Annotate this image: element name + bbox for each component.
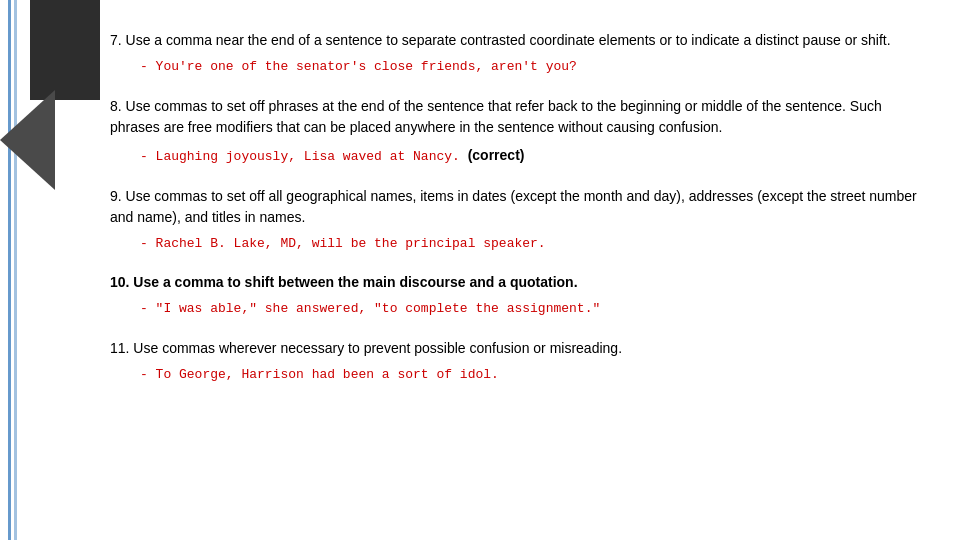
left-sidebar (0, 0, 100, 540)
section-7-heading: 7. Use a comma near the end of a sentenc… (110, 30, 920, 51)
section-7-example: - You're one of the senator's close frie… (140, 57, 920, 78)
section-8-example-text: - Laughing joyously, Lisa waved at Nancy… (140, 149, 460, 164)
sidebar-dark-block (30, 0, 100, 100)
section-10: 10. Use a comma to shift between the mai… (110, 272, 920, 320)
page-container: 7. Use a comma near the end of a sentenc… (0, 0, 960, 540)
section-10-example: - "I was able," she answered, "to comple… (140, 299, 920, 320)
correct-badge: (correct) (468, 147, 525, 163)
section-9-heading: 9. Use commas to set off all geographica… (110, 186, 920, 228)
section-11: 11. Use commas wherever necessary to pre… (110, 338, 920, 386)
section-10-heading: 10. Use a comma to shift between the mai… (110, 272, 920, 293)
section-8: 8. Use commas to set off phrases at the … (110, 96, 920, 168)
section-9-example: - Rachel B. Lake, MD, will be the princi… (140, 234, 920, 255)
section-7: 7. Use a comma near the end of a sentenc… (110, 30, 920, 78)
blue-line-2 (14, 0, 17, 540)
sidebar-arrow (0, 90, 55, 190)
section-11-example: - To George, Harrison had been a sort of… (140, 365, 920, 386)
section-11-heading: 11. Use commas wherever necessary to pre… (110, 338, 920, 359)
section-9: 9. Use commas to set off all geographica… (110, 186, 920, 255)
section-8-example: - Laughing joyously, Lisa waved at Nancy… (140, 144, 920, 168)
blue-line-1 (8, 0, 11, 540)
main-content: 7. Use a comma near the end of a sentenc… (100, 0, 960, 540)
section-8-heading: 8. Use commas to set off phrases at the … (110, 96, 920, 138)
